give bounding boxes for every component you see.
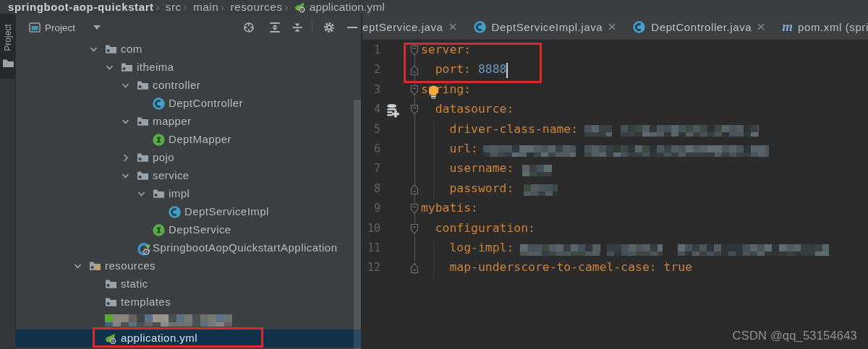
project-panel-header: Project	[16, 14, 361, 40]
tree-item-label: DeptService	[169, 223, 231, 236]
spring-config-icon	[294, 1, 306, 13]
code-whitespace	[421, 181, 449, 195]
editor-tab[interactable]: mpom.xml (springboot-aop-quickstart)	[773, 14, 868, 40]
expand-all-icon[interactable]	[269, 22, 281, 33]
tab-close-icon[interactable]	[608, 23, 616, 30]
tab-close-icon[interactable]	[449, 23, 456, 30]
yaml-key: configuration:	[435, 221, 535, 235]
tree-item-com[interactable]: com	[16, 40, 361, 59]
breadcrumb-item[interactable]: resources	[230, 1, 282, 14]
tree-item-itheima[interactable]: itheima	[16, 59, 361, 77]
chevron-expanded-icon[interactable]	[122, 172, 129, 180]
chevron-expanded-icon[interactable]	[122, 118, 129, 126]
code-line-8: 8 password:	[362, 180, 868, 199]
censored-blur	[522, 165, 552, 176]
fold-start-marker-icon[interactable]	[410, 203, 419, 215]
editor-tab[interactable]: eptService.java	[362, 14, 465, 40]
chevron-collapsed-icon[interactable]	[122, 154, 129, 162]
tree-item-label: DeptServiceImpl	[184, 205, 269, 217]
locate-icon[interactable]	[243, 22, 255, 33]
yaml-keyword-value: true	[664, 260, 692, 274]
breadcrumb-item[interactable]: application.yml	[294, 1, 385, 14]
code-whitespace	[421, 122, 449, 136]
editor-tab[interactable]: DeptServiceImpl.java	[465, 14, 625, 40]
tree-item-resources[interactable]: resources	[16, 257, 361, 275]
tab-close-icon[interactable]	[757, 23, 765, 30]
code-line-9: 9mybatis:	[362, 199, 868, 219]
editor-tab[interactable]: DeptController.java	[624, 14, 773, 40]
tab-label: eptService.java	[362, 21, 443, 33]
tree-item-DeptController[interactable]: DeptController	[16, 95, 361, 113]
censored-blur	[678, 244, 829, 256]
code-whitespace	[421, 221, 435, 235]
code-text: mybatis:	[421, 201, 478, 215]
tree-item-controller[interactable]: controller	[16, 77, 361, 95]
code-text: username:	[421, 161, 514, 175]
folder-icon	[105, 278, 117, 290]
editor-tabs: eptService.java DeptServiceImpl.java Dep…	[362, 14, 868, 40]
settings-gear-icon[interactable]	[323, 22, 335, 33]
code-text: log-impl:	[421, 241, 514, 254]
tree-item-impl[interactable]: impl	[16, 185, 361, 203]
code-whitespace	[421, 142, 449, 155]
breadcrumb-item[interactable]: springboot-aop-quickstart	[8, 1, 154, 13]
maven-icon: m	[782, 19, 793, 35]
chevron-expanded-icon[interactable]	[106, 64, 114, 72]
censored-blur	[105, 314, 232, 327]
fold-start-marker-icon[interactable]	[410, 104, 419, 116]
tree-item-service[interactable]: service	[16, 167, 361, 185]
hide-icon[interactable]	[346, 22, 358, 33]
datasource-gutter-icon[interactable]	[386, 103, 401, 118]
code-text: url:	[421, 142, 478, 155]
censored-blur	[584, 125, 612, 137]
tree-item-label: templates	[121, 296, 171, 308]
line-number: 12	[362, 261, 380, 274]
yaml-key: username:	[449, 161, 514, 175]
breadcrumb-item[interactable]: src	[166, 1, 182, 14]
code-editor[interactable]: 1server:2 port: 88883spring: 4 datasourc…	[362, 41, 868, 349]
line-number: 9	[362, 202, 380, 215]
tree-item-label: controller	[153, 79, 200, 91]
fold-start-marker-icon[interactable]	[410, 223, 419, 235]
folder-icon	[3, 59, 14, 68]
chevron-expanded-icon[interactable]	[90, 46, 98, 53]
chevron-expanded-icon[interactable]	[137, 190, 145, 198]
tree-item-DeptMapper[interactable]: DeptMapper	[16, 131, 361, 149]
code-text: map-underscore-to-camel-case: true	[421, 260, 692, 274]
tree-item-templates[interactable]: templates	[16, 293, 361, 311]
code-whitespace	[421, 241, 449, 254]
class-icon	[633, 21, 645, 33]
chevron-down-icon[interactable]	[93, 25, 101, 30]
chevron-expanded-icon[interactable]	[74, 262, 82, 270]
fold-start-marker-icon[interactable]	[410, 85, 419, 96]
tree-item-DeptService[interactable]: DeptService	[16, 221, 361, 239]
fold-end-marker-icon[interactable]	[410, 184, 419, 195]
breadcrumb-separator: ›	[285, 1, 289, 12]
breadcrumb-separator: ›	[184, 1, 187, 12]
yaml-key: url:	[449, 142, 477, 155]
tree-item-label: resources	[105, 259, 156, 272]
tree-scrollbar[interactable]	[354, 100, 361, 349]
tree-item-label: itheima	[137, 61, 174, 73]
tree-item-DeptServiceImpl[interactable]: DeptServiceImpl	[16, 203, 361, 221]
breadcrumb: springboot-aop-quickstart›src›main›resou…	[0, 0, 868, 14]
tree-item-mapper[interactable]: mapper	[16, 113, 361, 131]
fold-end-marker-icon[interactable]	[410, 262, 419, 274]
intention-bulb-icon[interactable]	[428, 85, 439, 100]
code-text: datasource:	[421, 102, 514, 116]
project-stripe-label[interactable]: Project	[0, 20, 16, 56]
code-whitespace	[421, 102, 435, 116]
collapse-all-icon[interactable]	[292, 22, 303, 33]
panel-title[interactable]: Project	[45, 22, 75, 33]
class-icon	[153, 98, 165, 110]
code-line-3: 3spring:	[362, 81, 868, 100]
code-line-5: 5 driver-class-name:	[362, 121, 868, 140]
breadcrumb-item[interactable]: main	[193, 1, 218, 14]
chevron-expanded-icon[interactable]	[122, 82, 129, 90]
ide-window: springboot-aop-quickstart›src›main›resou…	[0, 0, 868, 349]
tree-item-SpringbootAopQuickstartApplication[interactable]: SpringbootAopQuickstartApplication	[16, 239, 361, 257]
tab-label: DeptController.java	[651, 21, 752, 33]
class-icon	[474, 21, 486, 33]
tree-item-pojo[interactable]: pojo	[16, 149, 361, 167]
tree-item-static[interactable]: static	[16, 275, 361, 293]
